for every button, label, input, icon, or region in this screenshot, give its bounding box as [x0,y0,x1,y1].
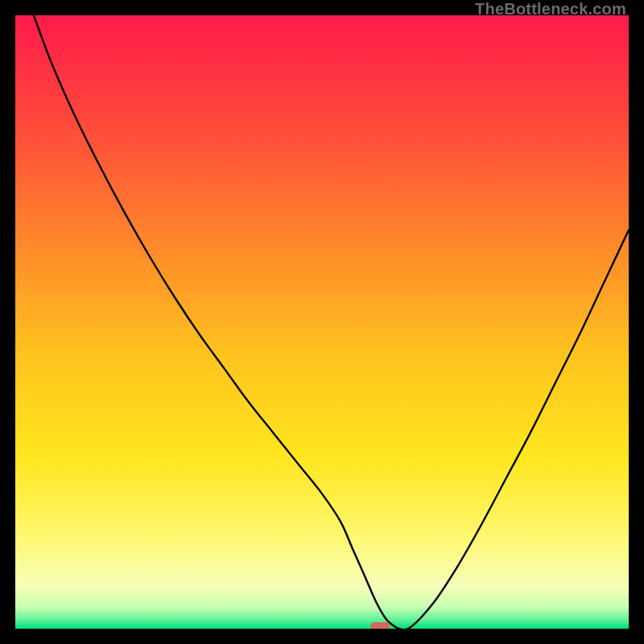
optimal-point-marker [370,622,390,629]
watermark-text: TheBottleneck.com [475,0,626,19]
chart-svg [15,15,629,629]
chart-frame [15,15,629,629]
gradient-background [15,15,629,629]
